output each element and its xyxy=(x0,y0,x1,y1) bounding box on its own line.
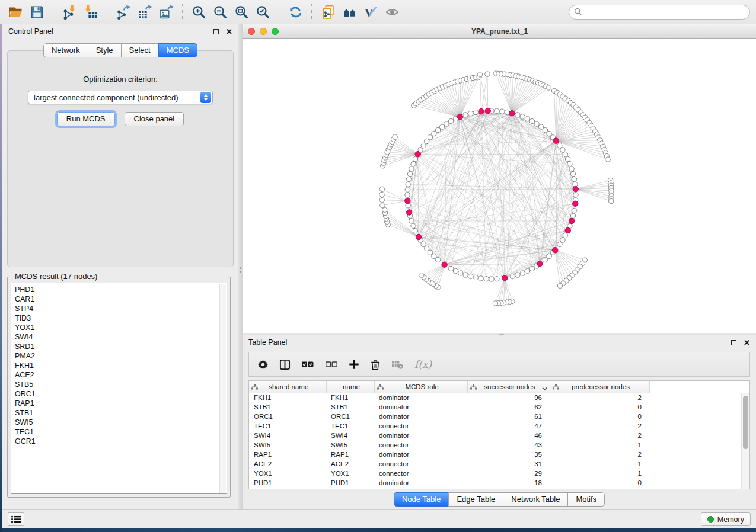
panel-divider[interactable] xyxy=(238,24,243,509)
table-cell: ACE2 xyxy=(249,459,326,469)
add-column-button[interactable] xyxy=(349,359,359,370)
delete-table-button[interactable] xyxy=(391,360,404,370)
tab-style[interactable]: Style xyxy=(88,43,122,57)
network-window-titlebar[interactable]: YPA_prune.txt_1 xyxy=(243,24,756,39)
table-row[interactable]: TEC1TEC1connector472 xyxy=(249,421,649,431)
mcds-result-item[interactable]: FKH1 xyxy=(11,361,227,370)
tab-edge-table[interactable]: Edge Table xyxy=(448,492,503,507)
import-network-icon xyxy=(62,5,77,20)
zoom-in-button[interactable] xyxy=(188,2,209,21)
mcds-result-item[interactable]: SWI5 xyxy=(11,418,227,427)
toolbar-separator xyxy=(182,4,183,20)
mcds-result-item[interactable]: YOX1 xyxy=(11,323,227,332)
mcds-result-item[interactable]: STP4 xyxy=(11,304,227,313)
tab-network[interactable]: Network xyxy=(43,43,88,57)
list-scrollbar[interactable] xyxy=(219,284,226,493)
horizontal-divider[interactable] xyxy=(243,333,756,335)
table-row[interactable]: FKH1FKH1dominator962 xyxy=(249,393,649,402)
table-cell: 47 xyxy=(467,421,550,431)
delete-column-button[interactable] xyxy=(370,359,381,370)
scrollbar-thumb[interactable] xyxy=(743,396,748,449)
mcds-result-item[interactable]: SRD1 xyxy=(11,342,227,351)
import-table-button[interactable] xyxy=(80,2,101,21)
mcds-result-item[interactable]: PHD1 xyxy=(11,285,227,294)
duplicate-network-button[interactable] xyxy=(317,2,339,21)
tab-select[interactable]: Select xyxy=(121,43,159,57)
column-header-shared-name[interactable]: shared name xyxy=(249,381,326,393)
table-row[interactable]: ORC1ORC1dominator610 xyxy=(249,412,649,421)
criterion-dropdown[interactable]: largest connected component (undirected) xyxy=(28,91,213,104)
table-row[interactable]: YOX1YOX1connector291 xyxy=(249,469,649,478)
maximize-window-icon[interactable] xyxy=(272,28,279,35)
network-window: YPA_prune.txt_1 xyxy=(243,24,756,333)
mcds-result-item[interactable]: TID3 xyxy=(11,313,227,323)
tab-motifs[interactable]: Motifs xyxy=(567,492,605,507)
mcds-result-item[interactable]: STB5 xyxy=(11,380,227,389)
close-panel-button[interactable]: Close panel xyxy=(125,112,184,126)
mcds-result-item[interactable]: STB1 xyxy=(11,408,227,418)
toolbar-separator xyxy=(53,4,53,20)
table-row[interactable]: PHD1PHD1dominator180 xyxy=(249,478,649,488)
mcds-result-item[interactable]: SWI4 xyxy=(11,332,227,342)
zoom-selected-button[interactable] xyxy=(252,2,273,21)
open-file-button[interactable] xyxy=(5,2,26,21)
mcds-result-item[interactable]: ACE2 xyxy=(11,370,227,380)
float-panel-icon[interactable] xyxy=(731,340,736,345)
export-image-button[interactable] xyxy=(155,2,177,21)
run-mcds-button[interactable]: Run MCDS xyxy=(57,112,115,126)
eye-icon xyxy=(385,5,400,20)
import-network-button[interactable] xyxy=(59,2,80,21)
network-graph[interactable] xyxy=(243,39,756,333)
table-cell: SWI5 xyxy=(249,440,326,450)
mcds-result-item[interactable]: ORC1 xyxy=(11,389,227,399)
export-network-button[interactable] xyxy=(113,2,134,21)
memory-button[interactable]: Memory xyxy=(701,512,751,526)
table-row[interactable]: RAP1RAP1dominator352 xyxy=(249,450,649,459)
mcds-result-list[interactable]: PHD1CAR1STP4TID3YOX1SWI4SRD1PMA2FKH1ACE2… xyxy=(11,283,227,494)
save-session-button[interactable] xyxy=(26,2,47,21)
table-row[interactable]: STB1STB1dominator620 xyxy=(249,402,649,412)
ndex-browse-button[interactable] xyxy=(339,2,360,21)
minimize-window-icon[interactable] xyxy=(260,28,267,35)
column-header-mcds-role[interactable]: MCDS role xyxy=(374,381,467,393)
column-header-predecessor-nodes[interactable]: predecessor nodes xyxy=(550,381,649,393)
show-hide-graphics-button[interactable] xyxy=(381,2,403,21)
tab-network-table[interactable]: Network Table xyxy=(503,492,568,507)
column-header-name[interactable]: name xyxy=(326,381,374,393)
refresh-view-button[interactable] xyxy=(285,2,306,21)
tab-node-table[interactable]: Node Table xyxy=(394,492,449,507)
table-row[interactable]: ACE2ACE2connector311 xyxy=(249,459,649,469)
float-panel-icon[interactable] xyxy=(213,29,219,34)
network-canvas[interactable] xyxy=(243,39,756,333)
table-scrollbar[interactable] xyxy=(741,393,749,489)
close-window-icon[interactable] xyxy=(248,28,255,35)
function-builder-button[interactable]: f(x) xyxy=(414,358,432,370)
vizmapper-button[interactable]: V xyxy=(360,2,381,21)
close-panel-icon[interactable]: ✕ xyxy=(744,339,750,347)
zoom-fit-button[interactable] xyxy=(231,2,252,21)
search-input[interactable] xyxy=(582,8,745,16)
column-visibility-button[interactable] xyxy=(279,359,291,370)
export-table-button[interactable] xyxy=(134,2,155,21)
close-panel-icon[interactable]: ✕ xyxy=(226,28,232,36)
mcds-result-item[interactable]: GCR1 xyxy=(11,437,227,446)
mcds-result-item[interactable]: CAR1 xyxy=(11,294,227,304)
mcds-result-item[interactable]: TEC1 xyxy=(11,427,227,437)
task-history-button[interactable] xyxy=(8,512,24,526)
select-all-button[interactable] xyxy=(301,360,314,369)
mcds-result-item[interactable]: RAP1 xyxy=(11,399,227,408)
table-cell: dominator xyxy=(374,450,467,459)
refresh-icon xyxy=(288,5,303,20)
memory-label: Memory xyxy=(717,515,744,524)
table-settings-button[interactable] xyxy=(257,359,269,370)
zoom-out-button[interactable] xyxy=(209,2,231,21)
search-box[interactable] xyxy=(569,5,750,20)
mcds-result-item[interactable]: PMA2 xyxy=(11,351,227,361)
table-row[interactable]: SWI5SWI5connector431 xyxy=(249,440,649,450)
tab-mcds[interactable]: MCDS xyxy=(158,43,197,57)
table-cell: dominator xyxy=(374,478,467,488)
column-header-successor-nodes[interactable]: successor nodes xyxy=(467,381,550,393)
table-cell: ACE2 xyxy=(326,459,374,469)
table-row[interactable]: SWI4SWI4dominator462 xyxy=(249,431,649,440)
deselect-all-button[interactable] xyxy=(325,360,338,369)
